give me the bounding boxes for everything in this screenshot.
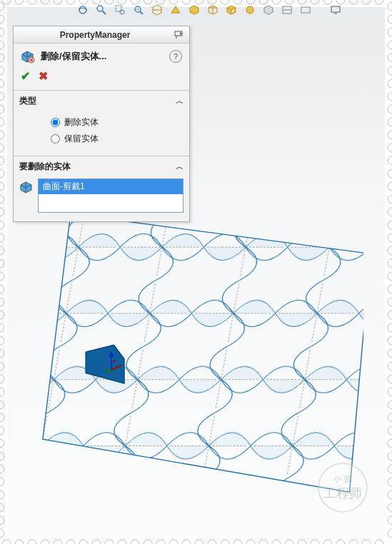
svg-point-77 [311,540,319,544]
svg-point-160 [0,465,4,473]
help-icon[interactable]: ? [169,50,182,63]
svg-point-111 [388,143,392,152]
pin-icon[interactable] [172,29,185,41]
svg-point-120 [0,208,4,216]
section-type-header[interactable]: 类型 ︿ [14,92,189,110]
model-pattern [36,207,363,507]
radio-keep-input[interactable] [51,134,60,143]
screen-icon[interactable] [328,3,343,17]
shaded-icon[interactable] [187,3,201,17]
svg-point-122 [0,221,4,229]
svg-point-126 [0,246,4,255]
svg-point-95 [388,41,392,49]
svg-point-150 [0,401,4,409]
svg-point-165 [388,490,392,499]
svg-point-125 [388,233,392,242]
pm-feature-row: 删除/保留实体... ? [14,44,189,66]
svg-point-147 [388,375,392,383]
svg-point-86 [375,0,383,4]
svg-point-33 [28,540,36,544]
svg-point-113 [388,156,392,165]
svg-point-137 [388,311,392,319]
svg-point-171 [388,529,392,538]
origin-triad-icon: * [104,351,121,373]
hidden-icon[interactable] [261,3,276,17]
display-style-icon[interactable] [169,3,183,17]
svg-point-75 [298,540,306,544]
ok-button[interactable]: ✔ [21,69,30,83]
pm-title: PropertyManager [18,30,172,40]
svg-point-53 [156,540,165,544]
svg-point-81 [336,540,345,544]
svg-point-157 [388,439,392,448]
render-icon[interactable] [298,3,313,17]
svg-point-65 [233,540,242,544]
radio-delete-label: 删除实体 [64,116,99,129]
svg-point-29 [2,540,11,544]
selected-body-item[interactable]: 曲面-剪裁1 [39,179,183,194]
svg-point-51 [144,540,152,544]
svg-point-154 [0,426,4,435]
svg-point-163 [388,478,392,486]
body-list-icon [19,180,34,194]
svg-point-7 [79,6,86,14]
wireframe-icon[interactable] [206,3,220,17]
svg-point-87 [375,540,383,544]
watermark-small: 小 圆 [333,474,351,485]
radio-delete-body[interactable]: 删除实体 [24,114,179,131]
svg-point-37 [54,540,62,544]
svg-point-97 [388,54,392,62]
svg-point-149 [388,388,392,396]
chevron-up-icon: ︿ [176,161,184,172]
orbit-icon[interactable] [76,3,90,17]
svg-point-146 [0,375,4,383]
svg-point-100 [0,79,4,88]
svg-text:*: * [113,359,116,367]
svg-point-90 [0,15,4,24]
svg-point-57 [182,540,191,544]
svg-point-35 [41,540,49,544]
svg-point-105 [388,105,392,114]
svg-point-148 [0,388,4,396]
svg-point-110 [0,143,4,152]
svg-point-117 [388,182,392,191]
svg-point-47 [118,540,126,544]
svg-point-115 [388,169,392,178]
section-icon[interactable] [150,3,164,17]
svg-point-11 [120,10,124,14]
svg-point-136 [0,311,4,319]
svg-point-61 [208,540,216,544]
radio-delete-input[interactable] [51,118,60,127]
zoom-fit-icon[interactable] [94,3,109,17]
pm-feature-title: 删除/保留实体... [41,50,164,63]
svg-point-158 [0,452,4,460]
property-manager-panel: PropertyManager 删除/保留实体... ? ✔ ✖ 类型 ︿ 删除… [13,26,190,222]
svg-point-102 [0,92,4,101]
view-icon[interactable] [280,3,294,17]
svg-point-153 [388,413,392,422]
svg-point-162 [0,478,4,486]
svg-point-129 [388,259,392,268]
svg-point-141 [388,336,392,345]
svg-point-127 [388,246,392,255]
scene-icon[interactable] [243,3,257,17]
section-bodies-header[interactable]: 要删除的实体 ︿ [14,158,189,176]
radio-keep-body[interactable]: 保留实体 [24,131,179,147]
svg-point-104 [0,105,4,114]
zoom-area-icon[interactable] [113,3,127,17]
svg-point-152 [0,413,4,422]
cancel-button[interactable]: ✖ [39,69,48,83]
svg-point-41 [79,540,88,544]
svg-point-69 [259,540,268,544]
svg-point-45 [105,540,114,544]
svg-point-161 [388,465,392,473]
zoom-icon[interactable] [131,3,146,17]
iso-icon[interactable] [224,3,238,17]
svg-point-73 [285,540,293,544]
svg-point-32 [28,0,36,4]
svg-point-107 [388,118,392,126]
bodies-selection-list[interactable]: 曲面-剪裁1 [38,178,184,213]
svg-point-155 [388,426,392,435]
svg-point-36 [54,0,62,4]
svg-point-83 [349,540,358,544]
